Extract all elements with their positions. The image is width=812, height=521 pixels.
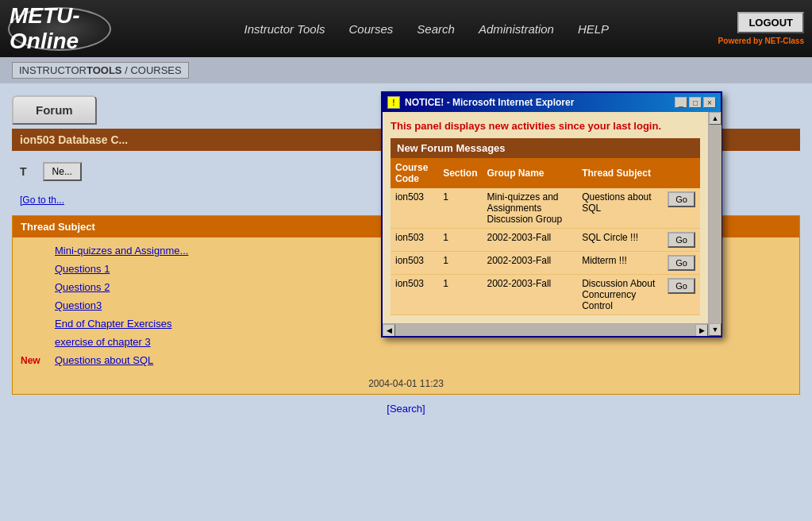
dialog-main-content: This panel displays new activities since… bbox=[383, 112, 708, 336]
vertical-scrollbar[interactable]: ▲ ▼ bbox=[708, 112, 721, 336]
cell-section: 1 bbox=[438, 188, 482, 229]
cell-section: 1 bbox=[438, 275, 482, 315]
bottom-date: 2004-04-01 11:23 bbox=[13, 373, 799, 394]
table-header-go bbox=[663, 158, 700, 188]
scroll-left-arrow[interactable]: ◀ bbox=[383, 324, 395, 337]
breadcrumb-bold: TOOLS bbox=[87, 64, 122, 76]
table-header-thread-subject: Thread Subject bbox=[577, 158, 663, 188]
cell-group-name: 2002-2003-Fall bbox=[483, 252, 578, 275]
table-row: ion503 1 Mini-quizzes and Assignments Di… bbox=[391, 188, 700, 229]
cell-course-code: ion503 bbox=[391, 229, 438, 252]
nav-links: Instructor Tools Courses Search Administ… bbox=[135, 22, 718, 36]
new-forum-header: New Forum Messages bbox=[391, 138, 700, 158]
go-button-1[interactable]: Go bbox=[668, 232, 695, 248]
top-navigation-bar: METU-Online Instructor Tools Courses Sea… bbox=[0, 0, 812, 57]
cell-group-name: 2002-2003-Fall bbox=[483, 229, 578, 252]
cell-course-code: ion503 bbox=[391, 188, 438, 229]
go-button-2[interactable]: Go bbox=[668, 255, 695, 271]
powered-by-label: Powered by NET-Class bbox=[718, 37, 804, 45]
table-row: ion503 1 2002-2003-Fall Discussion About… bbox=[391, 275, 700, 315]
new-button[interactable]: Ne... bbox=[43, 162, 82, 181]
nav-help[interactable]: HELP bbox=[578, 22, 609, 36]
partial-title: T bbox=[12, 159, 35, 184]
go-button-3[interactable]: Go bbox=[668, 278, 695, 294]
cell-course-code: ion503 bbox=[391, 252, 438, 275]
dialog-title: NOTICE! - Microsoft Internet Explorer bbox=[405, 97, 574, 108]
notice-dialog: ! NOTICE! - Microsoft Internet Explorer … bbox=[381, 91, 722, 338]
v-scroll-track[interactable] bbox=[709, 125, 722, 323]
breadcrumb-separator: / bbox=[122, 64, 131, 76]
top-right-area: LOGOUT Powered by NET-Class bbox=[718, 12, 804, 45]
table-row: ion503 1 2002-2003-Fall Midterm !!! Go bbox=[391, 252, 700, 275]
notice-text: This panel displays new activities since… bbox=[391, 120, 700, 132]
cell-section: 1 bbox=[438, 229, 482, 252]
goto-link[interactable]: [Go to th... bbox=[20, 195, 64, 206]
table-row: ion503 1 2002-2003-Fall SQL Circle !!! G… bbox=[391, 229, 700, 252]
forum-tab[interactable]: Forum bbox=[12, 95, 97, 125]
new-badge-new: New bbox=[21, 355, 48, 366]
table-header-section: Section bbox=[438, 158, 482, 188]
scroll-up-arrow[interactable]: ▲ bbox=[709, 112, 722, 125]
table-header-group-name: Group Name bbox=[483, 158, 578, 188]
thread-link-end-of-chapter[interactable]: End of Chapter Exercises bbox=[55, 318, 171, 330]
dialog-close-button[interactable]: × bbox=[703, 97, 716, 108]
dialog-icon: ! bbox=[387, 96, 400, 109]
cell-go: Go bbox=[663, 252, 700, 275]
search-link[interactable]: [Search] bbox=[380, 396, 431, 421]
cell-thread-subject: SQL Circle !!! bbox=[577, 229, 663, 252]
go-button-0[interactable]: Go bbox=[668, 191, 695, 207]
thread-link-question3[interactable]: Question3 bbox=[55, 299, 102, 311]
main-content: Forum ion503 Database C... T Ne... [Go t… bbox=[0, 83, 812, 521]
nav-administration[interactable]: Administration bbox=[479, 22, 554, 36]
cell-thread-subject: Midterm !!! bbox=[577, 252, 663, 275]
thread-link-questions-sql[interactable]: Questions about SQL bbox=[55, 354, 153, 366]
cell-thread-subject: Discussion About Concurrency Control bbox=[577, 275, 663, 315]
dialog-maximize-button[interactable]: □ bbox=[689, 97, 702, 108]
nav-instructor-tools[interactable]: Instructor Tools bbox=[244, 22, 325, 36]
thread-link-questions2[interactable]: Questions 2 bbox=[55, 281, 110, 293]
cell-go: Go bbox=[663, 275, 700, 315]
horizontal-scrollbar[interactable]: ◀ ▶ bbox=[383, 323, 708, 336]
dialog-minimize-button[interactable]: _ bbox=[675, 97, 687, 108]
site-logo: METU-Online bbox=[8, 7, 111, 51]
logout-button[interactable]: LOGOUT bbox=[737, 12, 804, 33]
forum-table: Course Code Section Group Name Thread Su… bbox=[391, 158, 700, 315]
cell-go: Go bbox=[663, 188, 700, 229]
nav-search[interactable]: Search bbox=[417, 22, 455, 36]
list-item: New Questions about SQL bbox=[13, 351, 799, 369]
thread-link-exercise-chapter3[interactable]: exercise of chapter 3 bbox=[55, 336, 151, 348]
thread-link-questions1[interactable]: Questions 1 bbox=[55, 263, 110, 275]
breadcrumb-box: INSTRUCTORTOOLS / COURSES bbox=[12, 62, 189, 79]
dialog-wrapper: This panel displays new activities since… bbox=[383, 112, 721, 336]
breadcrumb-page: COURSES bbox=[130, 64, 181, 76]
cell-group-name: 2002-2003-Fall bbox=[483, 275, 578, 315]
cell-group-name: Mini-quizzes and Assignments Discussion … bbox=[483, 188, 578, 229]
breadcrumb-prefix: INSTRUCTOR bbox=[19, 64, 87, 76]
dialog-titlebar-left: ! NOTICE! - Microsoft Internet Explorer bbox=[387, 96, 574, 109]
cell-course-code: ion503 bbox=[391, 275, 438, 315]
dialog-controls: _ □ × bbox=[675, 97, 716, 108]
cell-thread-subject: Questions about SQL bbox=[577, 188, 663, 229]
scroll-down-arrow[interactable]: ▼ bbox=[709, 323, 722, 336]
cell-section: 1 bbox=[438, 252, 482, 275]
thread-link-mini-quizzes[interactable]: Mini-quizzes and Assignme... bbox=[55, 245, 188, 257]
table-header-course-code: Course Code bbox=[391, 158, 438, 188]
breadcrumb: INSTRUCTORTOOLS / COURSES bbox=[0, 57, 812, 83]
dialog-body: This panel displays new activities since… bbox=[383, 112, 708, 323]
scroll-right-arrow[interactable]: ▶ bbox=[695, 324, 708, 337]
dialog-titlebar: ! NOTICE! - Microsoft Internet Explorer … bbox=[383, 93, 721, 112]
h-scroll-track[interactable] bbox=[395, 324, 695, 337]
nav-courses[interactable]: Courses bbox=[348, 22, 393, 36]
cell-go: Go bbox=[663, 229, 700, 252]
